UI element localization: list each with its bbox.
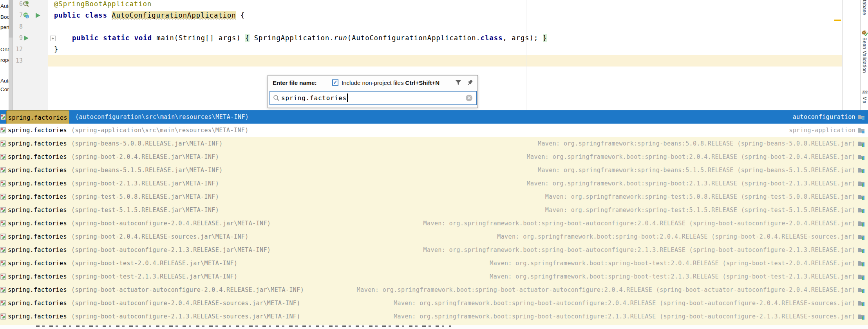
spring-file-icon: [0, 260, 6, 266]
result-file-name: spring.factories: [8, 190, 67, 203]
result-row[interactable]: spring.factories(spring-boot-2.0.4.RELEA…: [0, 150, 868, 164]
result-file-name: spring.factories: [8, 257, 67, 270]
result-row[interactable]: spring.factories(spring-beans-5.1.5.RELE…: [0, 164, 868, 177]
filter-icon[interactable]: [455, 79, 462, 86]
result-row[interactable]: spring.factories(autoconfiguration\src\m…: [0, 110, 868, 124]
result-origin: Maven: org.springframework:spring-beans:…: [538, 137, 855, 150]
result-row[interactable]: spring.factories(spring-boot-2.1.3.RELEA…: [0, 177, 868, 190]
library-icon: [858, 220, 865, 227]
result-file-name: spring.factories: [6, 110, 69, 125]
project-tree-item-clipped[interactable]: Auto: [0, 78, 9, 84]
result-file-name: spring.factories: [8, 310, 67, 323]
result-origin: Maven: org.springframework.boot:spring-b…: [394, 297, 855, 310]
code-token-keyword: class: [481, 34, 503, 42]
spring-file-icon: [0, 140, 6, 147]
code-line: @SpringBootApplication: [54, 0, 152, 10]
search-input-value: spring.factories: [281, 93, 347, 103]
code-token-keyword: public class: [54, 11, 112, 19]
result-origin: Maven: org.springframework.boot:spring-b…: [423, 217, 855, 230]
result-origin: Maven: org.springframework:spring-test:5…: [545, 190, 855, 203]
result-file-path: (spring-boot-test-2.1.3.RELEASE.jar\META…: [71, 270, 237, 283]
spring-file-icon: [0, 287, 6, 293]
library-icon: [858, 154, 865, 160]
result-row[interactable]: spring.factories(spring-boot-autoconfigu…: [0, 310, 868, 323]
error-stripe-mark: [834, 20, 841, 21]
result-row[interactable]: spring.factories(spring-boot-test-2.0.4.…: [0, 257, 868, 270]
project-tree-item-clipped[interactable]: Cont: [0, 86, 9, 92]
line-number: 13: [13, 55, 23, 67]
library-icon: [858, 207, 865, 213]
maven-icon: m: [861, 88, 868, 95]
run-icon[interactable]: [34, 12, 41, 19]
include-non-project-checkbox[interactable]: ✓: [332, 79, 338, 86]
result-origin: Maven: org.springframework.boot:spring-b…: [490, 270, 855, 283]
library-icon: [858, 260, 865, 266]
result-row[interactable]: spring.factories(spring-boot-autoconfigu…: [0, 297, 868, 310]
project-tree-item-clipped[interactable]: Auto: [0, 3, 9, 9]
code-line: }: [54, 44, 58, 55]
pin-icon[interactable]: [466, 79, 474, 86]
clear-icon[interactable]: ✕: [466, 95, 472, 101]
tab-maven[interactable]: Ma: [862, 97, 867, 104]
result-row[interactable]: spring.factories(spring-boot-2.0.4.RELEA…: [0, 230, 868, 243]
tab-bean-validation[interactable]: Bean Validation: [862, 38, 867, 73]
spring-file-icon: [0, 154, 6, 160]
spring-file-icon: [0, 234, 6, 240]
margin-guide-line: [526, 0, 526, 110]
fold-expand-icon[interactable]: +: [50, 36, 56, 41]
result-row[interactable]: spring.factories(spring-test-5.0.8.RELEA…: [0, 190, 868, 203]
project-tree-item-clipped[interactable]: OnS: [0, 47, 9, 52]
result-row[interactable]: spring.factories(spring-boot-test-2.1.3.…: [0, 270, 868, 283]
result-file-name: spring.factories: [8, 243, 67, 257]
library-icon: [858, 313, 865, 320]
result-file-name: spring.factories: [8, 137, 67, 150]
project-tree-item-clipped[interactable]: Boot: [0, 14, 9, 20]
result-file-path: (spring-application\src\main\resources\M…: [71, 124, 249, 137]
result-origin: Maven: org.springframework:spring-beans:…: [538, 164, 855, 177]
result-file-path: (spring-beans-5.1.5.RELEASE.jar\META-INF…: [71, 164, 223, 177]
spring-bean-icon[interactable]: c: [23, 12, 29, 19]
file-name-input[interactable]: spring.factories ✕: [269, 91, 477, 105]
result-origin: Maven: org.springframework:spring-test:5…: [545, 203, 855, 217]
code-token-plain: SpringApplication.: [250, 34, 334, 42]
project-panel-sliver[interactable]: AutoBootpertyOnSropeAutoCont: [0, 0, 9, 110]
text-caret: [347, 93, 348, 102]
module-icon: [858, 114, 865, 120]
result-file-path: (spring-boot-2.1.3.RELEASE.jar\META-INF): [71, 177, 219, 190]
result-file-name: spring.factories: [8, 297, 67, 310]
code-token-plain: (AutoConfigurationApplication.: [347, 34, 481, 42]
spring-file-icon: [0, 127, 6, 133]
tab-database[interactable]: tabase: [862, 0, 867, 15]
result-file-path: (spring-boot-autoconfigure-2.1.3.RELEASE…: [71, 310, 300, 323]
code-token-italic: run: [334, 34, 347, 42]
project-tree-item-clipped[interactable]: perty: [0, 24, 9, 30]
result-file-path: (spring-test-5.1.5.RELEASE.jar\META-INF): [71, 203, 219, 217]
spring-file-icon: [0, 247, 6, 253]
project-tree-item-clipped[interactable]: rope: [0, 57, 9, 63]
result-file-path: (spring-boot-test-2.0.4.RELEASE.jar\META…: [71, 257, 237, 270]
result-row[interactable]: spring.factories(spring-boot-autoconfigu…: [0, 217, 868, 230]
result-row[interactable]: spring.factories(spring-test-5.1.5.RELEA…: [0, 203, 868, 217]
result-origin: Maven: org.springframework.boot:spring-b…: [490, 257, 855, 270]
result-origin: Maven: org.springframework.boot:spring-b…: [357, 283, 855, 297]
code-token-identifier-highlight: AutoConfigurationApplication: [112, 11, 236, 19]
code-line: public class AutoConfigurationApplicatio…: [54, 10, 245, 21]
library-icon: [858, 180, 865, 187]
result-row[interactable]: spring.factories(spring-beans-5.0.8.RELE…: [0, 137, 868, 150]
result-row[interactable]: spring.factories(spring-application\src\…: [0, 124, 868, 137]
library-icon: [858, 140, 865, 147]
code-token-brace-highlight: }: [543, 34, 547, 42]
code-token-plain: {: [236, 11, 245, 19]
result-file-path: (autoconfiguration\src\main\resources\ME…: [75, 110, 249, 124]
spring-search-icon[interactable]: [23, 1, 29, 7]
project-scrollbar-thumb[interactable]: [9, 0, 13, 38]
line-number: 9: [13, 32, 23, 44]
module-icon: [858, 127, 865, 133]
result-row[interactable]: spring.factories(spring-boot-autoconfigu…: [0, 243, 868, 257]
result-row[interactable]: spring.factories(spring-boot-actuator-au…: [0, 283, 868, 297]
result-origin: autoconfiguration: [793, 110, 855, 124]
code-token-plain: main(String[] args): [156, 34, 245, 42]
run-icon[interactable]: [23, 35, 29, 41]
caret-line-highlight: [13, 55, 842, 67]
status-strip-clipped: [0, 325, 868, 329]
